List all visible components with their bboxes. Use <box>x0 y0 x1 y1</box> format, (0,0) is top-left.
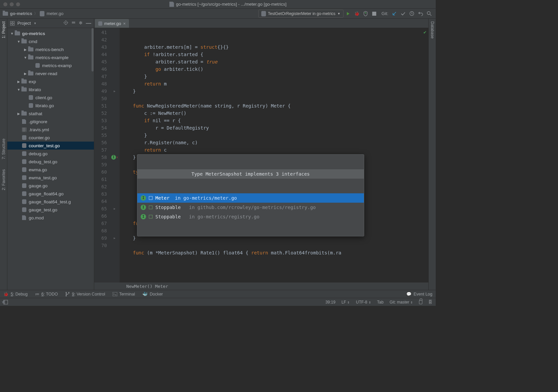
vcs-commit-button[interactable] <box>399 10 407 18</box>
memory-indicator[interactable]: 🗄 <box>428 300 432 305</box>
tree-item[interactable]: ▼metrics-example <box>7 53 94 61</box>
vcs-revert-button[interactable] <box>416 10 424 18</box>
project-tree[interactable]: ▼go-metrics▼cmd▶metrics-bench▼metrics-ex… <box>7 28 94 290</box>
code-line[interactable] <box>122 242 428 249</box>
tree-item[interactable]: gauge.go <box>7 182 94 190</box>
stop-button[interactable] <box>370 10 378 18</box>
inspection-ok-icon[interactable]: ✔ <box>424 29 426 35</box>
code-line[interactable]: func (m *MeterSnapshot) Rate1() float64 … <box>122 249 428 256</box>
code-line[interactable]: if !arbiter.started { <box>122 51 428 58</box>
code-line[interactable]: r.Register(name, c) <box>122 139 428 146</box>
line-separator[interactable]: LF ⇕ <box>341 300 350 305</box>
search-button[interactable] <box>425 10 433 18</box>
version-control-tool-tab[interactable]: 9: Version Control <box>65 292 105 297</box>
breadcrumb-project[interactable]: go-metrics <box>10 11 32 16</box>
locate-icon[interactable] <box>63 20 68 26</box>
tree-arrow-icon[interactable]: ▼ <box>17 40 21 43</box>
tree-item[interactable]: .gitignore <box>7 118 94 126</box>
maximize-window-button[interactable] <box>16 2 20 6</box>
code-line[interactable]: } <box>122 132 428 139</box>
minimize-window-button[interactable] <box>10 2 14 6</box>
tree-item[interactable]: counter_test.go <box>7 142 94 150</box>
implements-item[interactable]: IStoppable in go-metrics/registry.go <box>137 212 364 221</box>
code-area[interactable]: arbiter.meters[m] = struct{}{} if !arbit… <box>120 28 428 282</box>
code-line[interactable]: r = DefaultRegistry <box>122 124 428 132</box>
vcs-update-button[interactable] <box>390 10 398 18</box>
code-line[interactable]: go arbiter.tick() <box>122 65 428 73</box>
code-line[interactable] <box>122 95 428 102</box>
tree-item[interactable]: ▶stathat <box>7 110 94 118</box>
editor-body[interactable]: 4142434445464748495051525354555657585960… <box>94 28 428 282</box>
tree-item[interactable]: librato.go <box>7 102 94 110</box>
hide-panel-icon[interactable]: — <box>86 20 91 26</box>
run-button[interactable] <box>344 10 352 18</box>
debug-tool-tab[interactable]: 🐞 5: Debug <box>3 291 28 297</box>
tree-item[interactable]: gauge_float64_test.g <box>7 198 94 206</box>
tree-item[interactable]: ewma.go <box>7 166 94 174</box>
tree-item[interactable]: ▶exp <box>7 77 94 85</box>
code-line[interactable]: return m <box>122 80 428 87</box>
code-line[interactable]: func NewRegisteredMeter(name string, r R… <box>122 102 428 110</box>
tree-item[interactable]: gauge_test.go <box>7 206 94 214</box>
structure-tool-tab[interactable]: 7: Structure <box>1 139 6 159</box>
tree-item[interactable]: ▼go-metrics <box>7 29 94 37</box>
tree-item[interactable]: ▼librato <box>7 85 94 93</box>
expand-all-icon[interactable] <box>72 20 76 26</box>
code-line[interactable]: c := NewMeter() <box>122 110 428 117</box>
code-line[interactable]: } <box>122 87 428 95</box>
tree-item[interactable]: ▶never-read <box>7 69 94 77</box>
tab-meter-go[interactable]: meter.go × <box>95 19 129 28</box>
lock-icon[interactable] <box>419 300 422 304</box>
tree-arrow-icon[interactable]: ▶ <box>17 80 21 83</box>
file-encoding[interactable]: UTF-8 ⇕ <box>356 300 371 305</box>
vcs-history-button[interactable] <box>408 10 416 18</box>
git-branch[interactable]: Git: master ⇕ <box>390 300 413 305</box>
todo-tool-tab[interactable]: ≔ 6: TODO <box>35 291 58 297</box>
indent-setting[interactable]: Tab <box>377 300 384 305</box>
tree-item[interactable]: debug.go <box>7 150 94 158</box>
coverage-button[interactable] <box>362 10 370 18</box>
gutter-icons[interactable]: ▶I↑▶▶ <box>110 28 120 282</box>
tree-arrow-icon[interactable]: ▶ <box>23 48 27 51</box>
tree-item[interactable]: ▼cmd <box>7 37 94 45</box>
implements-item[interactable]: IStoppable in github.com/rcrowley/go-met… <box>137 203 364 212</box>
code-line[interactable] <box>122 256 428 264</box>
tree-arrow-icon[interactable]: ▼ <box>23 56 27 59</box>
tree-arrow-icon[interactable]: ▼ <box>10 32 14 35</box>
project-tool-tab[interactable]: 1: Project <box>1 21 6 38</box>
code-line[interactable]: return c <box>122 146 428 154</box>
code-line[interactable]: if nil == r { <box>122 117 428 124</box>
caret-position[interactable]: 39:19 <box>325 300 335 305</box>
implements-item[interactable]: IMeter in go-metrics/meter.go <box>137 193 364 203</box>
tree-item[interactable]: gauge_float64.go <box>7 190 94 198</box>
tree-item[interactable]: metrics-examp <box>7 61 94 69</box>
tree-item[interactable]: .travis.yml <box>7 126 94 134</box>
code-line[interactable]: arbiter.started = true <box>122 58 428 65</box>
code-line[interactable]: } <box>122 73 428 80</box>
gear-icon[interactable]: ✻ <box>79 20 83 26</box>
close-tab-icon[interactable]: × <box>123 21 126 26</box>
tree-arrow-icon[interactable]: ▼ <box>17 88 21 91</box>
tree-item[interactable]: go.mod <box>7 214 94 222</box>
tree-arrow-icon[interactable]: ▶ <box>17 112 21 116</box>
project-panel-title[interactable]: Project <box>17 21 31 26</box>
tree-item[interactable]: ewma_test.go <box>7 174 94 182</box>
terminal-tool-tab[interactable]: Terminal <box>113 292 135 297</box>
tree-item[interactable]: counter.go <box>7 134 94 142</box>
code-line[interactable]: arbiter.meters[m] = struct{}{} <box>122 43 428 51</box>
editor-breadcrumb[interactable]: NewMeter() Meter <box>94 282 428 290</box>
tree-item[interactable]: debug_test.go <box>7 158 94 166</box>
run-config-select[interactable]: TestGetOrRegisterMeter in go-metrics ▼ <box>258 10 343 18</box>
database-tool-tab[interactable]: Database <box>430 21 435 38</box>
chevron-down-icon[interactable]: ▼ <box>33 22 36 25</box>
favorites-tool-tab[interactable]: 2: Favorites <box>1 169 6 190</box>
event-log-tab[interactable]: 💬 Event Log <box>406 291 432 297</box>
tree-item[interactable]: ▶metrics-bench <box>7 45 94 53</box>
tree-item[interactable]: client.go <box>7 93 94 102</box>
breadcrumb-file[interactable]: meter.go <box>46 11 63 16</box>
debug-button[interactable]: 🐞 <box>353 10 361 18</box>
tree-scrollbar-thumb[interactable] <box>92 28 94 71</box>
docker-tool-tab[interactable]: 🐳 Docker <box>142 291 163 297</box>
breadcrumb[interactable]: go-metrics 〉 meter.go <box>3 11 63 16</box>
tree-arrow-icon[interactable]: ▶ <box>23 72 27 75</box>
